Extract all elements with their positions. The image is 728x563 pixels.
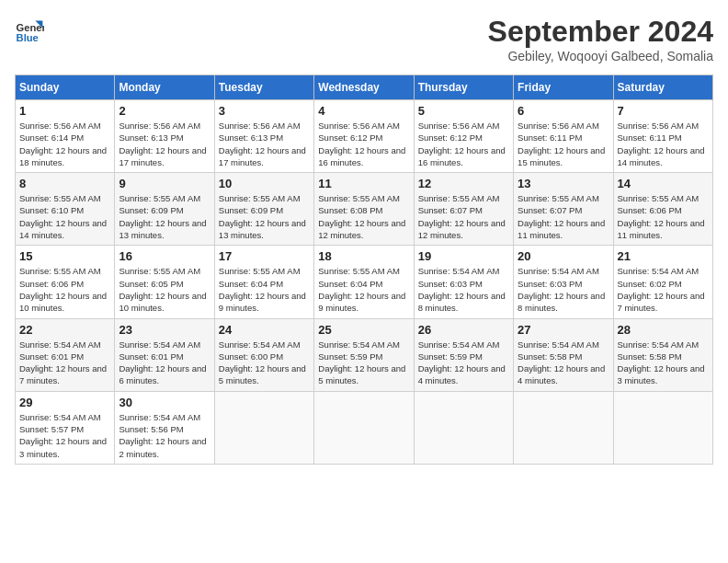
- calendar-cell: 25Sunrise: 5:54 AM AMSunset: 5:59 PMDayl…: [314, 318, 414, 391]
- day-info: Sunrise: 5:54 AM AMSunset: 6:02 PMDaylig…: [618, 265, 709, 314]
- day-number: 1: [19, 104, 110, 118]
- calendar-cell: 10Sunrise: 5:55 AM AMSunset: 6:09 PMDayl…: [214, 173, 313, 246]
- day-info: Sunrise: 5:56 AM AMSunset: 6:11 PMDaylig…: [618, 120, 709, 168]
- day-number: 14: [618, 177, 709, 190]
- svg-text:Blue: Blue: [17, 32, 39, 43]
- day-number: 29: [19, 396, 110, 409]
- weekday-header-monday: Monday: [115, 75, 214, 100]
- calendar-cell: 14Sunrise: 5:55 AM AMSunset: 6:06 PMDayl…: [613, 173, 712, 246]
- calendar-cell: [613, 391, 712, 464]
- day-number: 10: [219, 177, 310, 190]
- day-info: Sunrise: 5:54 AM AMSunset: 5:58 PMDaylig…: [618, 339, 709, 387]
- calendar-cell: 18Sunrise: 5:55 AM AMSunset: 6:04 PMDayl…: [314, 246, 414, 318]
- calendar-cell: 3Sunrise: 5:56 AM AMSunset: 6:13 PMDayli…: [214, 100, 313, 173]
- day-info: Sunrise: 5:55 AM AMSunset: 6:09 PMDaylig…: [119, 192, 210, 241]
- day-number: 5: [418, 104, 509, 118]
- day-number: 21: [618, 249, 709, 263]
- weekday-header-sunday: Sunday: [16, 75, 115, 100]
- calendar-cell: [414, 391, 513, 464]
- day-info: Sunrise: 5:56 AM AMSunset: 6:14 PMDaylig…: [19, 120, 110, 168]
- day-info: Sunrise: 5:54 AM AMSunset: 5:58 PMDaylig…: [518, 339, 609, 387]
- calendar-cell: 20Sunrise: 5:54 AM AMSunset: 6:03 PMDayl…: [514, 246, 613, 318]
- calendar-week-row: 8Sunrise: 5:55 AM AMSunset: 6:10 PMDayli…: [16, 173, 713, 246]
- calendar-cell: 16Sunrise: 5:55 AM AMSunset: 6:05 PMDayl…: [115, 246, 214, 318]
- day-number: 15: [19, 249, 110, 263]
- day-info: Sunrise: 5:54 AM AMSunset: 6:03 PMDaylig…: [518, 265, 609, 314]
- calendar-cell: 17Sunrise: 5:55 AM AMSunset: 6:04 PMDayl…: [214, 246, 313, 318]
- calendar-week-row: 29Sunrise: 5:54 AM AMSunset: 5:57 PMDayl…: [16, 391, 713, 464]
- day-number: 13: [518, 177, 609, 190]
- day-info: Sunrise: 5:54 AM AMSunset: 6:03 PMDaylig…: [418, 265, 509, 314]
- logo-icon: General Blue: [15, 15, 44, 44]
- day-info: Sunrise: 5:55 AM AMSunset: 6:04 PMDaylig…: [219, 265, 310, 314]
- day-info: Sunrise: 5:54 AM AMSunset: 6:01 PMDaylig…: [19, 339, 110, 387]
- day-number: 9: [119, 177, 210, 190]
- calendar-cell: 1Sunrise: 5:56 AM AMSunset: 6:14 PMDayli…: [16, 100, 115, 173]
- calendar-table: SundayMondayTuesdayWednesdayThursdayFrid…: [15, 75, 713, 465]
- day-info: Sunrise: 5:55 AM AMSunset: 6:07 PMDaylig…: [518, 192, 609, 241]
- calendar-cell: 4Sunrise: 5:56 AM AMSunset: 6:12 PMDayli…: [314, 100, 414, 173]
- day-info: Sunrise: 5:55 AM AMSunset: 6:08 PMDaylig…: [318, 192, 409, 241]
- day-info: Sunrise: 5:55 AM AMSunset: 6:10 PMDaylig…: [19, 192, 110, 241]
- day-info: Sunrise: 5:56 AM AMSunset: 6:12 PMDaylig…: [418, 120, 509, 168]
- day-info: Sunrise: 5:56 AM AMSunset: 6:13 PMDaylig…: [219, 120, 310, 168]
- day-info: Sunrise: 5:56 AM AMSunset: 6:13 PMDaylig…: [119, 120, 210, 168]
- weekday-header-saturday: Saturday: [613, 75, 712, 100]
- weekday-header-row: SundayMondayTuesdayWednesdayThursdayFrid…: [16, 75, 713, 100]
- day-number: 11: [318, 177, 409, 190]
- calendar-cell: 22Sunrise: 5:54 AM AMSunset: 6:01 PMDayl…: [16, 318, 115, 391]
- day-number: 24: [219, 323, 310, 337]
- logo: General Blue: [15, 15, 44, 44]
- day-number: 23: [119, 323, 210, 337]
- day-number: 16: [119, 249, 210, 263]
- calendar-cell: 12Sunrise: 5:55 AM AMSunset: 6:07 PMDayl…: [414, 173, 513, 246]
- day-info: Sunrise: 5:55 AM AMSunset: 6:05 PMDaylig…: [119, 265, 210, 314]
- calendar-cell: 30Sunrise: 5:54 AM AMSunset: 5:56 PMDayl…: [115, 391, 214, 464]
- day-number: 26: [418, 323, 509, 337]
- title-area: September 2024 Gebiley, Woqooyi Galbeed,…: [488, 15, 713, 63]
- month-title: September 2024: [488, 15, 713, 49]
- day-number: 8: [19, 177, 110, 190]
- calendar-cell: 24Sunrise: 5:54 AM AMSunset: 6:00 PMDayl…: [214, 318, 313, 391]
- day-info: Sunrise: 5:55 AM AMSunset: 6:06 PMDaylig…: [618, 192, 709, 241]
- day-info: Sunrise: 5:55 AM AMSunset: 6:04 PMDaylig…: [318, 265, 409, 314]
- location-title: Gebiley, Woqooyi Galbeed, Somalia: [488, 49, 713, 63]
- calendar-cell: 28Sunrise: 5:54 AM AMSunset: 5:58 PMDayl…: [613, 318, 712, 391]
- calendar-cell: 13Sunrise: 5:55 AM AMSunset: 6:07 PMDayl…: [514, 173, 613, 246]
- day-number: 6: [518, 104, 609, 118]
- day-number: 7: [618, 104, 709, 118]
- day-info: Sunrise: 5:56 AM AMSunset: 6:11 PMDaylig…: [518, 120, 609, 168]
- calendar-cell: [514, 391, 613, 464]
- day-info: Sunrise: 5:55 AM AMSunset: 6:09 PMDaylig…: [219, 192, 310, 241]
- day-info: Sunrise: 5:56 AM AMSunset: 6:12 PMDaylig…: [318, 120, 409, 168]
- day-info: Sunrise: 5:54 AM AMSunset: 6:01 PMDaylig…: [119, 339, 210, 387]
- calendar-cell: 2Sunrise: 5:56 AM AMSunset: 6:13 PMDayli…: [115, 100, 214, 173]
- day-number: 12: [418, 177, 509, 190]
- day-number: 25: [318, 323, 409, 337]
- day-info: Sunrise: 5:54 AM AMSunset: 6:00 PMDaylig…: [219, 339, 310, 387]
- calendar-cell: [214, 391, 313, 464]
- calendar-week-row: 1Sunrise: 5:56 AM AMSunset: 6:14 PMDayli…: [16, 100, 713, 173]
- day-number: 4: [318, 104, 409, 118]
- day-number: 2: [119, 104, 210, 118]
- calendar-week-row: 22Sunrise: 5:54 AM AMSunset: 6:01 PMDayl…: [16, 318, 713, 391]
- day-info: Sunrise: 5:55 AM AMSunset: 6:06 PMDaylig…: [19, 265, 110, 314]
- calendar-cell: 15Sunrise: 5:55 AM AMSunset: 6:06 PMDayl…: [16, 246, 115, 318]
- calendar-cell: 23Sunrise: 5:54 AM AMSunset: 6:01 PMDayl…: [115, 318, 214, 391]
- calendar-cell: 27Sunrise: 5:54 AM AMSunset: 5:58 PMDayl…: [514, 318, 613, 391]
- calendar-cell: 26Sunrise: 5:54 AM AMSunset: 5:59 PMDayl…: [414, 318, 513, 391]
- day-info: Sunrise: 5:54 AM AMSunset: 5:59 PMDaylig…: [418, 339, 509, 387]
- day-info: Sunrise: 5:54 AM AMSunset: 5:59 PMDaylig…: [318, 339, 409, 387]
- day-number: 22: [19, 323, 110, 337]
- day-number: 19: [418, 249, 509, 263]
- calendar-cell: 8Sunrise: 5:55 AM AMSunset: 6:10 PMDayli…: [16, 173, 115, 246]
- day-number: 30: [119, 396, 210, 409]
- day-number: 27: [518, 323, 609, 337]
- calendar-cell: 6Sunrise: 5:56 AM AMSunset: 6:11 PMDayli…: [514, 100, 613, 173]
- day-number: 3: [219, 104, 310, 118]
- calendar-cell: 19Sunrise: 5:54 AM AMSunset: 6:03 PMDayl…: [414, 246, 513, 318]
- day-number: 28: [618, 323, 709, 337]
- header: General Blue September 2024 Gebiley, Woq…: [15, 15, 713, 63]
- calendar-cell: 11Sunrise: 5:55 AM AMSunset: 6:08 PMDayl…: [314, 173, 414, 246]
- weekday-header-friday: Friday: [514, 75, 613, 100]
